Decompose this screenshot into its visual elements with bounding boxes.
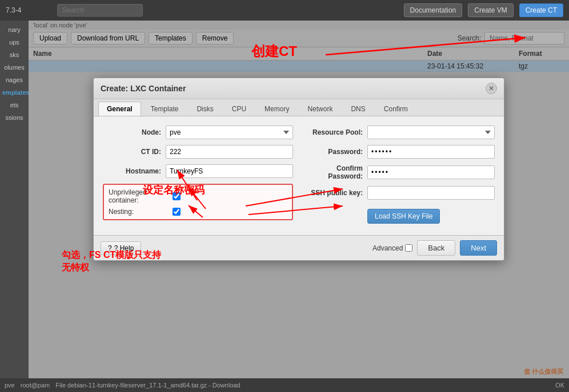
password-label: Password: <box>304 148 367 156</box>
sidebar-item-sessions[interactable]: ssions <box>0 111 29 124</box>
status-user: root@pam <box>21 382 50 389</box>
confirm-password-row: Confirm Password: <box>304 164 495 180</box>
node-row: Node: pve <box>103 126 293 139</box>
confirm-password-label: Confirm Password: <box>304 164 367 180</box>
confirm-password-input[interactable] <box>367 165 495 179</box>
checkbox-group: Unprivileged container: Nesting: <box>103 184 293 220</box>
modal-title: Create: LXC Container <box>101 84 486 93</box>
tab-memory[interactable]: Memory <box>256 102 298 116</box>
question-icon: ? <box>108 244 112 252</box>
right-column: Resource Pool: Password: Confirm Passwor… <box>304 126 495 226</box>
nesting-label: Nesting: <box>109 208 171 216</box>
unprivileged-row: Unprivileged container: <box>109 188 287 204</box>
node-label: Node: <box>103 128 166 136</box>
modal-backdrop: Create: LXC Container ✕ General Template… <box>29 21 569 378</box>
app-title: 7.3-4 <box>6 6 51 14</box>
modal-tabs: General Template Disks CPU Memory Networ… <box>94 99 504 116</box>
modal-dialog: Create: LXC Container ✕ General Template… <box>93 78 504 261</box>
tab-network[interactable]: Network <box>299 102 341 116</box>
top-bar: 7.3-4 Documentation Create VM Create CT <box>0 0 569 21</box>
modal-header: Create: LXC Container ✕ <box>94 78 504 99</box>
sidebar-item-disks[interactable]: sks <box>0 49 29 61</box>
resource-pool-select[interactable] <box>367 126 495 139</box>
sidebar-item-summary[interactable]: nary <box>0 23 29 36</box>
node-select[interactable]: pve <box>166 126 293 139</box>
hostname-label: Hostname: <box>103 167 166 175</box>
status-node: pve <box>5 382 15 389</box>
status-file-op: File debian-11-turnkey-fileserver_17.1-1… <box>55 382 240 389</box>
sidebar: nary ups sks olumes nages emplates ets s… <box>0 21 29 378</box>
password-input[interactable] <box>367 145 495 159</box>
advanced-label: Advanced <box>372 244 403 252</box>
tab-template[interactable]: Template <box>142 102 187 116</box>
ctid-label: CT ID: <box>103 148 166 156</box>
back-button[interactable]: Back <box>417 240 455 256</box>
tab-general[interactable]: General <box>98 102 141 116</box>
help-label: ? Help <box>114 244 134 252</box>
status-ok: OK <box>555 382 564 389</box>
documentation-button[interactable]: Documentation <box>404 3 463 17</box>
password-row: Password: <box>304 145 495 159</box>
hostname-input[interactable] <box>166 164 293 178</box>
sidebar-item-images[interactable]: nages <box>0 74 29 86</box>
sidebar-item-backups[interactable]: ups <box>0 36 29 49</box>
resource-pool-row: Resource Pool: <box>304 126 495 139</box>
advanced-checkbox[interactable] <box>405 244 412 252</box>
ctid-row: CT ID: <box>103 145 293 159</box>
advanced-section: Advanced <box>372 244 412 252</box>
modal-body: Node: pve CT ID: Hostname: <box>94 116 504 235</box>
create-vm-button[interactable]: Create VM <box>468 3 513 17</box>
ssh-key-input[interactable] <box>367 186 495 200</box>
nesting-row: Nesting: <box>109 208 287 216</box>
search-input[interactable] <box>57 4 143 17</box>
ssh-key-row: SSH public key: <box>304 186 495 200</box>
tab-disks[interactable]: Disks <box>188 102 222 116</box>
sidebar-item-sets[interactable]: ets <box>0 99 29 111</box>
tab-dns[interactable]: DNS <box>342 102 374 116</box>
left-column: Node: pve CT ID: Hostname: <box>103 126 293 226</box>
nesting-checkbox[interactable] <box>173 208 181 216</box>
modal-close-button[interactable]: ✕ <box>486 83 497 94</box>
sidebar-item-volumes[interactable]: olumes <box>0 61 29 74</box>
sidebar-item-templates[interactable]: emplates <box>0 86 29 99</box>
help-button[interactable]: ? ? Help <box>101 241 141 255</box>
status-bar: pve root@pam File debian-11-turnkey-file… <box>0 378 569 392</box>
unprivileged-checkbox[interactable] <box>173 192 181 200</box>
modal-footer: ? ? Help Advanced Back Next <box>94 235 504 260</box>
load-ssh-key-button[interactable]: Load SSH Key File <box>367 209 440 224</box>
create-ct-button[interactable]: Create CT <box>519 3 563 17</box>
ctid-input[interactable] <box>166 145 293 159</box>
ssh-key-label: SSH public key: <box>304 189 367 197</box>
resource-pool-label: Resource Pool: <box>304 128 367 136</box>
next-button[interactable]: Next <box>460 240 497 256</box>
main-layout: nary ups sks olumes nages emplates ets s… <box>0 21 569 378</box>
hostname-row: Hostname: <box>103 164 293 178</box>
unprivileged-label: Unprivileged container: <box>109 188 171 204</box>
tab-cpu[interactable]: CPU <box>223 102 255 116</box>
content-area: 'local' on node 'pve' Upload Download fr… <box>29 21 569 378</box>
tab-confirm[interactable]: Confirm <box>375 102 416 116</box>
